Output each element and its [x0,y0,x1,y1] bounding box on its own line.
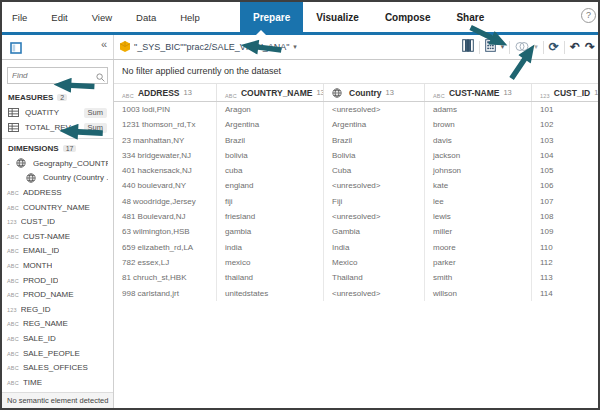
menu-file[interactable]: File [12,12,27,23]
dimension-item-sale-people[interactable]: ABCSALE_PEOPLE [2,346,113,361]
table-row[interactable]: 659 elizabeth_rd,LAindiaIndiamoore110 [114,240,598,255]
grid-cell[interactable]: 104 [532,148,598,163]
columns-icon[interactable] [462,38,474,56]
table-row[interactable]: 401 hackensack,NJcubaCubajohnson105 [114,163,598,178]
grid-cell[interactable]: cuba [217,163,324,178]
grid-cell[interactable]: mexico [217,255,324,270]
dimension-item-time[interactable]: ABCTIME [2,375,113,390]
dimension-item-email-id[interactable]: ABCEMAIL_ID [2,244,113,259]
grid-cell[interactable]: Brazil [217,133,324,148]
grid-cell[interactable]: 114 [532,286,598,301]
grid-cell[interactable]: 334 bridgewater,NJ [114,148,217,163]
grid-cell[interactable]: adams [425,102,532,117]
menu-help[interactable]: Help [180,12,200,23]
grid-cell[interactable]: 113 [532,270,598,285]
grid-cell[interactable]: thailand [217,270,324,285]
table-row[interactable]: 48 woodridge,JerseyfijiFijilee107 [114,194,598,209]
dimension-item-sales-offices[interactable]: ABCSALES_OFFICES [2,360,113,375]
table-row[interactable]: 1231 thomson_rd,TxArgentinaArgentinabrow… [114,117,598,132]
grid-cell[interactable]: bolivia [217,148,324,163]
grid-cell[interactable]: Mexico [324,255,425,270]
collapse-panel-icon[interactable]: « [101,38,107,50]
grid-cell[interactable]: Argentina [217,117,324,132]
grid-cell[interactable]: unitedstates [217,286,324,301]
grid-cell[interactable]: 48 woodridge,Jersey [114,194,217,209]
grid-cell[interactable]: fiji [217,194,324,209]
menu-edit[interactable]: Edit [51,12,67,23]
tab-visualize[interactable]: Visualize [303,2,372,32]
table-row[interactable]: 1003 lodi,PINAragon<unresolved>adams101 [114,102,598,117]
grid-cell[interactable]: 110 [532,240,598,255]
aggregation-badge[interactable]: Sum [84,108,107,118]
column-header-country[interactable]: Country13 [324,84,425,101]
dimension-item-prod-id[interactable]: ABCPROD_ID [2,273,113,288]
grid-cell[interactable]: Brazil [324,133,425,148]
column-header-address[interactable]: ABCADDRESS13 [114,84,217,101]
grid-cell[interactable]: 782 essex,LJ [114,255,217,270]
undo-icon[interactable]: ↶ [570,41,580,53]
grid-cell[interactable]: Gambia [324,224,425,239]
menu-data[interactable]: Data [136,12,156,23]
grid-cell[interactable]: parker [425,255,532,270]
panel-icon[interactable] [10,40,22,58]
dimension-item-prod-name[interactable]: ABCPROD_NAME [2,287,113,302]
grid-cell[interactable]: <unresolved> [324,178,425,193]
grid-cell[interactable]: brown [425,117,532,132]
table-row[interactable]: 481 Boulevard,NJfriesland<unresolved>lew… [114,209,598,224]
grid-cell[interactable]: 1003 lodi,PIN [114,102,217,117]
table-row[interactable]: 63 wilmington,HSBgambiaGambiamiller109 [114,224,598,239]
table-row[interactable]: 998 carlstand,jrtunitedstates<unresolved… [114,286,598,301]
grid-cell[interactable]: moore [425,240,532,255]
table-row[interactable]: 334 bridgewater,NJboliviaBoliviajackson1… [114,148,598,163]
table-row[interactable]: 23 manhattan,NYBrazilBrazildavis103 [114,133,598,148]
dimension-item-reg-name[interactable]: ABCREG_NAME [2,317,113,332]
grid-cell[interactable]: miller [425,224,532,239]
column-header-cust-id[interactable]: 123CUST_ID13 [532,84,598,101]
grid-cell[interactable]: Cuba [324,163,425,178]
grid-cell[interactable]: 23 manhattan,NY [114,133,217,148]
grid-cell[interactable]: india [217,240,324,255]
chevron-down-icon[interactable]: ▾ [293,43,297,51]
grid-cell[interactable]: 112 [532,255,598,270]
grid-cell[interactable]: kate [425,178,532,193]
grid-cell[interactable]: jackson [425,148,532,163]
dimension-item-sale-id[interactable]: ABCSALE_ID [2,331,113,346]
grid-cell[interactable]: 1231 thomson_rd,Tx [114,117,217,132]
grid-cell[interactable]: Bolivia [324,148,425,163]
measure-item-quatity[interactable]: QUATITYSum [2,105,113,120]
grid-cell[interactable]: friesland [217,209,324,224]
grid-cell[interactable]: 109 [532,224,598,239]
redo-icon[interactable]: ↷ [585,41,595,53]
grid-cell[interactable]: 659 elizabeth_rd,LA [114,240,217,255]
grid-cell[interactable]: 481 Boulevard,NJ [114,209,217,224]
dimension-item-cust-id[interactable]: 123CUST_ID [2,214,113,229]
help-icon[interactable]: ? [581,8,596,23]
grid-cell[interactable]: <unresolved> [324,286,425,301]
tab-compose[interactable]: Compose [372,2,444,32]
grid-cell[interactable]: 107 [532,194,598,209]
grid-cell[interactable]: 81 chruch_st,HBK [114,270,217,285]
column-header-cust-name[interactable]: ABCCUST-NAME13 [425,84,532,101]
menu-view[interactable]: View [92,12,112,23]
tree-expander-icon[interactable]: - [7,159,12,168]
dimension-item-geography-country[interactable]: -Geography_COUNTRY... [2,156,113,171]
grid-cell[interactable]: 440 boulevard,NY [114,178,217,193]
grid-cell[interactable]: 106 [532,178,598,193]
refresh-icon[interactable]: ⟳ [549,41,559,53]
tab-prepare[interactable]: Prepare [240,2,303,32]
dimension-item-address[interactable]: ABCADDRESS [2,185,113,200]
grid-cell[interactable]: India [324,240,425,255]
grid-cell[interactable]: england [217,178,324,193]
dimensions-section-header[interactable]: DIMENSIONS 17 [2,140,113,156]
grid-cell[interactable]: johnson [425,163,532,178]
dimension-item-country-name[interactable]: ABCCOUNTRY_NAME [2,200,113,215]
dimension-item-reg-id[interactable]: 123REG_ID [2,302,113,317]
grid-cell[interactable]: 102 [532,117,598,132]
grid-cell[interactable]: 63 wilmington,HSB [114,224,217,239]
grid-cell[interactable]: Fiji [324,194,425,209]
grid-cell[interactable]: Aragon [217,102,324,117]
grid-cell[interactable]: <unresolved> [324,209,425,224]
grid-cell[interactable]: lee [425,194,532,209]
grid-cell[interactable]: 401 hackensack,NJ [114,163,217,178]
grid-cell[interactable]: Argentina [324,117,425,132]
